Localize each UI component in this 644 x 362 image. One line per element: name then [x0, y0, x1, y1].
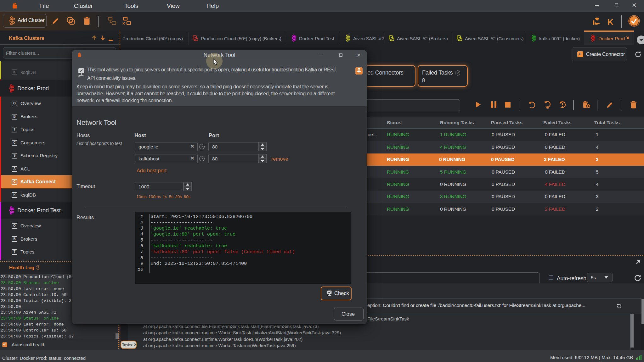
svg-text:x: x	[122, 21, 125, 25]
svg-text:✳: ✳	[546, 105, 549, 109]
